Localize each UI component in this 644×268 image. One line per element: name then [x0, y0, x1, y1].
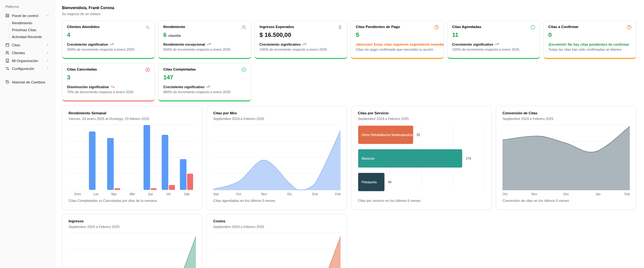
chart-title: Costos — [213, 219, 341, 223]
service-hbar-chart: Demo Rehabilitacion fisioterapeutica92Ma… — [358, 124, 485, 197]
stat-card-ingresos-esperados: Ingresos Esperados $ 16.500,00 Crecimien… — [254, 20, 347, 59]
stat-caption: Citas sin pago confirmado que necesitan … — [356, 48, 439, 51]
stat-value: 3 — [67, 74, 70, 80]
stat-unit: citas/día — [168, 34, 181, 37]
stat-trend-label: Crecimiento significativo — [259, 43, 301, 46]
svg-text:Dic: Dic — [287, 192, 292, 196]
stat-value: $ 16.500,00 — [259, 32, 291, 38]
stat-caption: 100% de incremento respecto a enero 2025 — [259, 48, 342, 51]
stat-caption: 880% de incremento respecto a enero 2025 — [163, 90, 246, 94]
sidebar: Platforma Panel de control Rendimiento P… — [0, 0, 55, 268]
svg-text:Nov: Nov — [531, 192, 537, 196]
chart-title: Ingresos — [69, 219, 196, 223]
stat-card-citas-completadas: Citas Completadas 147 Crecimiento signif… — [158, 63, 251, 101]
trending-down-icon — [110, 85, 114, 89]
ingresos-area-chart — [69, 232, 196, 268]
sliders-icon — [5, 66, 9, 71]
svg-text:Feb: Feb — [625, 192, 630, 196]
stat-trend-label: ¡Atención! Estas citas requieren seguimi… — [356, 43, 444, 46]
stat-caption: 100% de incremento respecto a enero 2025 — [452, 48, 535, 51]
history-icon — [5, 80, 9, 84]
svg-text:Mié: Mié — [130, 192, 135, 196]
building-icon — [5, 59, 9, 63]
chevron-right-icon — [46, 43, 49, 47]
sidebar-item-actividad-reciente[interactable]: Actividad Reciente — [10, 33, 51, 40]
trending-up-icon — [110, 42, 114, 46]
stat-trend-label: Crecimiento significativo — [67, 43, 108, 46]
sidebar-footer: Historial de Cambios — [4, 78, 51, 86]
sidebar-item-label: Clientes — [12, 51, 25, 55]
chart-card-costos: Costos Septiembre 2024 a Febrero 2025 — [207, 214, 347, 268]
check-circle-icon — [242, 67, 246, 72]
sidebar-subitem-label: Actividad Reciente — [12, 35, 42, 39]
sidebar-item-mi-organizacion[interactable]: Mi Organización — [4, 57, 51, 65]
chevron-right-icon — [46, 59, 49, 62]
chart-title: Citas por Servicio — [358, 111, 485, 115]
users-icon — [5, 51, 9, 55]
chart-card-ingresos: Ingresos Septiembre 2024 a Febrero 2025 — [62, 214, 203, 268]
stat-value: 147 — [163, 74, 173, 80]
svg-text:Ene: Ene — [312, 192, 318, 196]
x-circle-icon — [145, 67, 150, 72]
svg-text:Vie: Vie — [166, 192, 171, 196]
chart-title: Rendimiento Semanal — [69, 111, 196, 115]
page-title: Bienvenido/a, Frank Corona — [62, 6, 636, 10]
svg-text:44: 44 — [388, 180, 392, 184]
charts-row: Rendimiento Semanal Viernes, 24 enero 20… — [62, 106, 636, 210]
svg-text:Sep: Sep — [213, 192, 219, 196]
help-circle-icon — [627, 25, 631, 30]
stat-title: Citas Completadas — [163, 67, 196, 71]
weekly-bar-chart: DomLunMarMiéJueVieSáb — [69, 124, 196, 197]
chevron-right-icon — [46, 51, 49, 54]
stat-card-citas-canceladas: Citas Canceladas 3 Disminución significa… — [62, 63, 155, 101]
sidebar-item-configuracion[interactable]: Configuración — [4, 65, 51, 72]
app-window: Platforma Panel de control Rendimiento P… — [0, 0, 644, 268]
chart-card-citas-por-servicio: Citas por Servicio Septiembre 2024 a Feb… — [351, 106, 492, 210]
sidebar-subitem-label: Rendimiento — [12, 21, 32, 25]
stat-title: Citas Agendadas — [452, 25, 481, 29]
sidebar-section-label: Platforma — [5, 5, 51, 9]
stat-caption: Todas las citas han sido confirmadas en … — [548, 48, 631, 51]
svg-text:Oct: Oct — [236, 192, 241, 196]
sidebar-item-label: Configuración — [12, 67, 34, 71]
stat-trend-label: Rendimiento excepcional — [163, 43, 205, 46]
main-content: Bienvenido/a, Frank Corona Su negocio de… — [55, 0, 644, 268]
svg-text:174: 174 — [466, 157, 471, 160]
page-subtitle: Su negocio de un vistazo — [62, 12, 636, 16]
chart-subtitle: Viernes, 24 enero 2025 al Domingo, 23 fe… — [69, 117, 196, 121]
sidebar-item-citas[interactable]: Citas — [4, 41, 51, 49]
stat-caption: 560% de incremento respecto a enero 2025 — [163, 48, 246, 51]
activity-icon — [145, 25, 150, 30]
svg-text:Nov: Nov — [261, 192, 267, 196]
sidebar-item-clientes[interactable]: Clientes — [4, 49, 51, 57]
conversion-area-chart: OctNovDecJanFeb — [502, 124, 630, 197]
stat-trend-label: Crecimiento significativo — [452, 43, 493, 46]
stat-value: 11 — [452, 32, 458, 38]
stat-title: Citas Canceladas — [67, 67, 97, 71]
sidebar-submenu: Rendimiento Próximas Citas Actividad Rec… — [9, 20, 51, 40]
stat-value: 4 — [67, 32, 70, 38]
trending-up-icon — [495, 42, 499, 46]
stat-value: 0 — [548, 32, 552, 38]
sidebar-item-rendimiento[interactable]: Rendimiento — [10, 20, 51, 26]
sidebar-item-historial-de-cambios[interactable]: Historial de Cambios — [4, 78, 51, 86]
sidebar-item-proximas-citas[interactable]: Próximas Citas — [10, 26, 51, 33]
stat-value: 5 — [356, 32, 359, 38]
costos-area-chart — [213, 232, 341, 268]
svg-text:Dec: Dec — [564, 192, 569, 196]
stat-card-citas-a-confirmar: Citas a Confirmar 0 ¡Excelente! No hay c… — [543, 20, 636, 59]
chart-card-conversion-de-citas: Conversión de Citas Septiembre 2024 a Fe… — [496, 106, 636, 210]
svg-text:Manicure: Manicure — [362, 157, 375, 160]
stat-caption: 300% de incremento respecto a enero 2025 — [67, 48, 150, 51]
stat-value: 6 — [163, 32, 167, 38]
chart-subtitle: Septiembre 2024 a Febrero 2025 — [69, 225, 196, 229]
stat-title: Ingresos Esperados — [259, 25, 294, 29]
chart-footer: Conversión de citas en los últimos 6 mes… — [502, 199, 630, 202]
sidebar-item-panel-de-control[interactable]: Panel de control — [4, 12, 51, 20]
svg-text:Dom: Dom — [74, 192, 81, 196]
sidebar-item-label: Historial de Cambios — [12, 80, 45, 84]
layout-grid-icon — [5, 14, 9, 18]
help-circle-icon — [434, 25, 439, 30]
chart-footer: Citas agendadas en los últimos 6 meses — [213, 199, 341, 202]
svg-text:92: 92 — [417, 133, 420, 137]
